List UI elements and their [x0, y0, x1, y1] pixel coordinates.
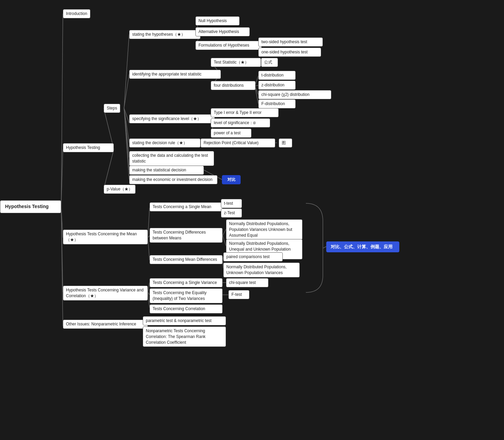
tests-equality-variances-node: Tests Concerning the Equality (Inequalit… — [150, 288, 223, 303]
steps-node: Steps — [104, 104, 120, 113]
t-distribution-node: t-distribution — [258, 71, 296, 80]
svg-line-3 — [61, 206, 63, 292]
normally-dist-unknown-node: Normally Distributed Populations, Unknow… — [223, 263, 300, 277]
duibi-button[interactable]: 对比 — [222, 175, 241, 184]
collecting-data-node: collecting the data and calculating the … — [129, 151, 214, 166]
chi-square-distribution-node: chi-square (χ2) distribution — [258, 90, 331, 99]
svg-line-38 — [223, 236, 226, 246]
gongshi-node: 公式 — [261, 58, 278, 67]
two-sided-node: two-sided hypothesis test — [258, 37, 323, 47]
root-node: Hypothesis Testing — [0, 200, 61, 213]
tests-diff-means-node: Tests Concerning Differences between Mea… — [150, 228, 223, 243]
svg-line-9 — [124, 108, 129, 123]
svg-line-11 — [124, 108, 129, 157]
svg-line-4 — [61, 206, 63, 326]
specifying-node: specifying the significance level（★） — [129, 114, 215, 123]
stating-decision-rule-node: stating the decision rule（★） — [129, 138, 201, 148]
introduction-node: Introduction — [63, 9, 90, 18]
svg-line-37 — [223, 229, 226, 236]
t-test-node: t-test — [221, 199, 242, 208]
f-test-node: F-test — [228, 290, 249, 299]
parametric-nonparametric-node: parametric test & nonparametric test — [143, 316, 226, 325]
type1-type2-node: Type I error & Type II error — [211, 108, 279, 117]
four-distributions-node: four distributions — [211, 81, 256, 90]
normally-dist-assumed-equal-node: Normally Distributed Populations, Popula… — [226, 219, 302, 240]
making-statistical-node: making the statistical decision — [129, 166, 204, 175]
nonparametric-spearman-node: Nonparametric Tests Concerning Correlati… — [143, 326, 226, 347]
null-hypothesis-node: Null Hypothesis — [195, 16, 240, 26]
formulations-node: Formulations of Hypotheses — [195, 41, 262, 50]
z-test-node: z-Test — [221, 208, 242, 218]
tests-single-variance-node: Tests Concerning a Single Variance — [150, 278, 223, 287]
svg-line-0 — [61, 14, 63, 206]
duibi-gongshi-button[interactable]: 对比、公式、计算、例题、应用 — [326, 241, 399, 252]
z-distribution-node: z-distribution — [258, 81, 296, 90]
chi-square-test-node: chi-square test — [226, 278, 268, 287]
f-distribution-node: F-distribution — [258, 99, 296, 108]
svg-line-13 — [124, 108, 129, 180]
hyp-tests-variance-node: Hypothesis Tests Concerning Variance and… — [63, 286, 148, 301]
paired-comparisons-node: paired comparisons test — [223, 252, 283, 261]
test-statistic-node: Test Statistic（★） — [211, 58, 261, 67]
tests-single-mean-node: Tests Concerning a Single Mean — [150, 202, 223, 211]
p-value-node: p-Value（★） — [104, 185, 136, 194]
making-economic-node: making the economic or investment decisi… — [129, 175, 218, 184]
alternative-hypothesis-node: Alternative Hypothesis — [195, 27, 250, 36]
power-test-node: power of a test — [211, 129, 251, 138]
tests-correlation-node: Tests Concerning Correlation — [150, 304, 223, 314]
svg-line-10 — [124, 108, 129, 143]
hypothesis-testing-mid-node: Hypothesis Testing — [63, 143, 114, 152]
svg-line-48 — [323, 247, 326, 248]
svg-line-8 — [124, 74, 129, 108]
svg-line-1 — [61, 149, 63, 206]
stating-hypotheses-node: stating the hypotheses（★） — [129, 30, 201, 39]
svg-line-12 — [124, 108, 129, 170]
identifying-node: identifying the appropriate test statist… — [129, 70, 221, 79]
mind-map: Hypothesis Testing Introduction Hypothes… — [0, 0, 504, 440]
hyp-tests-mean-node: Hypothesis Tests Concerning the Mean（★） — [63, 230, 148, 244]
svg-line-7 — [124, 34, 129, 108]
rejection-point-node: Rejection Point (Critical Value) — [201, 138, 275, 148]
tests-mean-differences-node: Tests Concerning Mean Differences — [150, 255, 223, 264]
svg-line-6 — [104, 149, 114, 189]
tu-node: 图 — [279, 138, 292, 148]
other-issues-node: Other Issues: Nonparametric Inference — [63, 320, 148, 329]
one-sided-node: one-sided hypothesis test — [258, 48, 321, 57]
level-significance-node: level of significance：α — [211, 118, 270, 128]
